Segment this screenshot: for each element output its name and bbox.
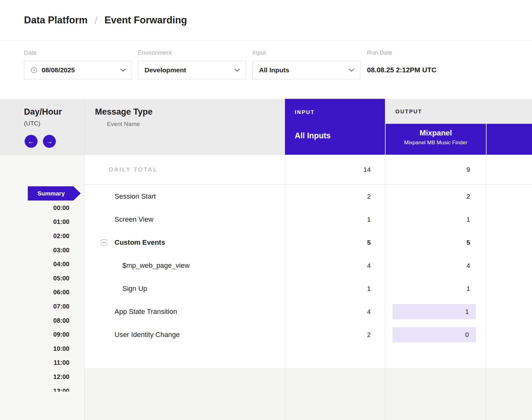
input-filter: Input All Inputs: [252, 49, 360, 79]
hour-item[interactable]: 02:00: [0, 229, 69, 243]
table-row: $mp_web_page_view 4 4: [85, 254, 532, 277]
summary-row-selector[interactable]: Summary: [28, 186, 81, 201]
event-name-subtitle: Event Name: [107, 121, 140, 128]
day-pager: ← →: [25, 135, 56, 148]
hour-item[interactable]: 12:00: [0, 370, 69, 384]
input-count: 4: [285, 262, 385, 269]
chevron-down-icon: [349, 69, 354, 72]
output-count-cell: 0: [385, 327, 486, 342]
table-row: App State Transition 4 1: [85, 300, 532, 323]
event-forwarding-page: Data Platform / Event Forwarding Date 08…: [0, 0, 532, 420]
input-count: 1: [285, 285, 385, 292]
grid-body: Summary 00:00 01:00 02:00 03:00 04:00 05…: [0, 155, 532, 420]
event-name-label: Screen View: [115, 215, 153, 224]
input-column-title: All Inputs: [295, 131, 331, 140]
grid-header: Day/Hour (UTC) ← → Message Type Event Na…: [0, 99, 532, 155]
event-name-label: Session Start: [115, 192, 156, 201]
hour-column: Summary 00:00 01:00 02:00 03:00 04:00 05…: [0, 155, 85, 420]
table-row: Session Start 2 2: [85, 185, 532, 208]
grid-footer: [85, 368, 532, 420]
event-name: Screen View: [85, 215, 285, 224]
output-column-header-partial: [487, 124, 532, 155]
event-name: $mp_web_page_view: [85, 261, 285, 270]
hour-item[interactable]: 11:00: [0, 356, 69, 370]
hour-item[interactable]: 01:00: [0, 215, 69, 229]
input-count: 2: [285, 331, 385, 339]
message-type-title: Message Type: [95, 107, 153, 117]
highlighted-output-count: 1: [393, 304, 476, 319]
message-type-header: Message Type Event Name: [85, 99, 285, 155]
input-value: All Inputs: [259, 66, 289, 74]
hour-item[interactable]: 00:00: [0, 201, 69, 215]
input-column-header[interactable]: INPUT All Inputs: [285, 99, 385, 155]
input-count: 4: [285, 308, 385, 315]
chevron-down-icon: [234, 69, 240, 72]
event-name: Session Start: [85, 192, 285, 201]
breadcrumb-separator: /: [95, 14, 98, 27]
event-name: App State Transition: [85, 308, 285, 316]
date-filter: Date 08/08/2025: [24, 49, 132, 79]
hour-item[interactable]: 13:00: [0, 384, 69, 392]
environment-value: Development: [145, 66, 186, 74]
input-filter-label: Input: [252, 49, 360, 56]
hour-item[interactable]: 09:00: [0, 327, 69, 342]
collapse-icon[interactable]: −: [101, 239, 107, 245]
daily-total-input-value: 14: [285, 166, 385, 173]
clock-icon: [31, 67, 37, 74]
mixpanel-connection-subtitle: Mixpanel MB Music Finder: [386, 140, 486, 146]
output-count: 4: [385, 262, 486, 269]
hour-item[interactable]: 03:00: [0, 243, 69, 257]
run-date-value: 08.08.25 2:12PM UTC: [367, 61, 436, 79]
event-name-label: $mp_web_page_view: [122, 261, 190, 270]
hour-list: 00:00 01:00 02:00 03:00 04:00 05:00 06:0…: [0, 201, 69, 392]
output-eyebrow: OUTPUT: [395, 109, 422, 115]
run-date: Run Date 08.08.25 2:12PM UTC: [367, 49, 436, 79]
date-value: 08/08/2025: [42, 66, 75, 74]
output-count-cell: 1: [385, 304, 486, 319]
breadcrumb-page: Event Forwarding: [104, 15, 187, 26]
day-hour-subtitle: (UTC): [24, 120, 40, 127]
top-bar: Data Platform / Event Forwarding: [0, 0, 532, 41]
table-row: Screen View 1 1: [85, 208, 532, 231]
mixpanel-connection-title: Mixpanel: [386, 129, 486, 137]
hour-item[interactable]: 10:00: [0, 342, 69, 356]
event-name: Sign Up: [85, 285, 285, 293]
hour-item[interactable]: 08:00: [0, 314, 69, 328]
input-dropdown[interactable]: All Inputs: [252, 61, 360, 79]
event-name-label: Sign Up: [122, 285, 147, 293]
breadcrumb-section[interactable]: Data Platform: [24, 15, 88, 26]
event-name-label: Custom Events: [115, 238, 165, 247]
event-name: User Identity Change: [85, 331, 285, 339]
event-group-name: − Custom Events: [85, 238, 285, 247]
event-name-label: User Identity Change: [115, 331, 180, 339]
input-count: 1: [285, 216, 385, 223]
hour-item[interactable]: 06:00: [0, 285, 69, 300]
output-column-header-mixpanel[interactable]: Mixpanel Mixpanel MB Music Finder: [386, 124, 486, 155]
output-count: 1: [385, 216, 486, 223]
filter-bar: Date 08/08/2025 Environment Development: [0, 41, 532, 99]
table-row: Sign Up 1 1: [85, 277, 532, 300]
input-count: 2: [285, 193, 385, 200]
chevron-down-icon: [120, 69, 126, 72]
input-count: 5: [285, 239, 385, 246]
run-date-label: Run Date: [367, 49, 436, 56]
hour-item[interactable]: 07:00: [0, 299, 69, 314]
event-rows: Session Start 2 2 Screen View 1 1 − Cust…: [85, 185, 532, 346]
output-count: 1: [385, 285, 486, 292]
date-dropdown[interactable]: 08/08/2025: [24, 61, 132, 79]
output-count: 5: [385, 239, 486, 246]
daily-total-row: DAILY TOTAL 14 9: [85, 155, 532, 185]
highlighted-output-count: 0: [393, 327, 476, 342]
breadcrumb: Data Platform / Event Forwarding: [24, 0, 187, 40]
next-day-button[interactable]: →: [43, 135, 56, 148]
daily-total-label: DAILY TOTAL: [85, 166, 285, 173]
output-count: 2: [385, 193, 486, 200]
event-name-label: App State Transition: [115, 308, 177, 316]
previous-day-button[interactable]: ←: [25, 135, 38, 148]
daily-total-output-value: 9: [385, 166, 486, 173]
environment-dropdown[interactable]: Development: [138, 61, 246, 79]
hour-item[interactable]: 04:00: [0, 257, 69, 271]
table-row: User Identity Change 2 0: [85, 323, 532, 346]
environment-filter-label: Environment: [138, 49, 246, 56]
hour-item[interactable]: 05:00: [0, 271, 69, 285]
